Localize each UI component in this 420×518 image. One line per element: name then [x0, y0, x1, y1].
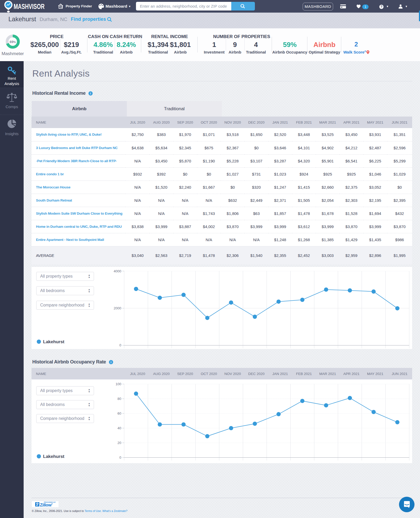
svg-text:0: 0: [119, 456, 121, 459]
svg-text:4000: 4000: [114, 269, 121, 273]
svg-text:0: 0: [119, 343, 121, 347]
svg-text:60: 60: [118, 411, 121, 415]
svg-text:80: 80: [118, 397, 121, 401]
svg-text:69%: 69%: [10, 40, 16, 44]
svg-text:40: 40: [118, 426, 121, 430]
svg-text:2000: 2000: [114, 306, 121, 310]
svg-text:20: 20: [118, 441, 121, 445]
svg-text:100: 100: [116, 382, 121, 386]
